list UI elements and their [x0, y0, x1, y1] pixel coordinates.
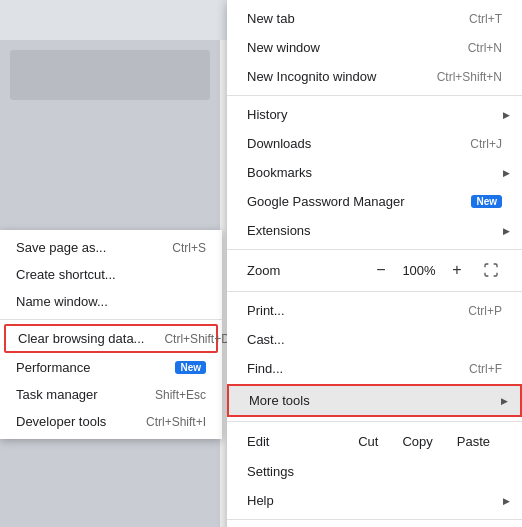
name-window-item[interactable]: Name window...	[0, 288, 222, 315]
paste-button[interactable]: Paste	[445, 430, 502, 453]
new-window-item[interactable]: New window Ctrl+N	[227, 33, 522, 62]
divider-3	[227, 291, 522, 292]
zoom-control: − 100% +	[370, 259, 502, 281]
bookmarks-item[interactable]: Bookmarks	[227, 158, 522, 187]
copy-button[interactable]: Copy	[390, 430, 444, 453]
help-item[interactable]: Help	[227, 486, 522, 515]
cut-button[interactable]: Cut	[346, 430, 390, 453]
extensions-item[interactable]: Extensions	[227, 216, 522, 245]
zoom-row: Zoom − 100% +	[227, 254, 522, 287]
zoom-value: 100%	[400, 263, 438, 278]
downloads-item[interactable]: Downloads Ctrl+J	[227, 129, 522, 158]
task-manager-item[interactable]: Task manager Shift+Esc	[0, 381, 222, 408]
new-incognito-item[interactable]: New Incognito window Ctrl+Shift+N	[227, 62, 522, 91]
page-content-inner	[10, 50, 210, 100]
divider-4	[227, 421, 522, 422]
password-manager-item[interactable]: Google Password Manager New	[227, 187, 522, 216]
left-submenu: Save page as... Ctrl+S Create shortcut..…	[0, 230, 222, 439]
history-item[interactable]: History	[227, 100, 522, 129]
zoom-out-button[interactable]: −	[370, 259, 392, 281]
main-menu: New tab Ctrl+T New window Ctrl+N New Inc…	[227, 0, 522, 527]
performance-item[interactable]: Performance New	[0, 354, 222, 381]
settings-item[interactable]: Settings	[227, 457, 522, 486]
zoom-in-button[interactable]: +	[446, 259, 468, 281]
new-tab-item[interactable]: New tab Ctrl+T	[227, 4, 522, 33]
divider-1	[227, 95, 522, 96]
find-item[interactable]: Find... Ctrl+F	[227, 354, 522, 383]
left-menu-divider	[0, 319, 222, 320]
fullscreen-button[interactable]	[480, 259, 502, 281]
more-tools-item[interactable]: More tools	[227, 384, 522, 417]
developer-tools-item[interactable]: Developer tools Ctrl+Shift+I	[0, 408, 222, 435]
divider-5	[227, 519, 522, 520]
clear-browsing-data-item[interactable]: Clear browsing data... Ctrl+Shift+Del	[4, 324, 218, 353]
divider-2	[227, 249, 522, 250]
print-item[interactable]: Print... Ctrl+P	[227, 296, 522, 325]
cast-item[interactable]: Cast...	[227, 325, 522, 354]
save-page-item[interactable]: Save page as... Ctrl+S	[0, 234, 222, 261]
edit-row: Edit Cut Copy Paste	[227, 426, 522, 457]
create-shortcut-item[interactable]: Create shortcut...	[0, 261, 222, 288]
